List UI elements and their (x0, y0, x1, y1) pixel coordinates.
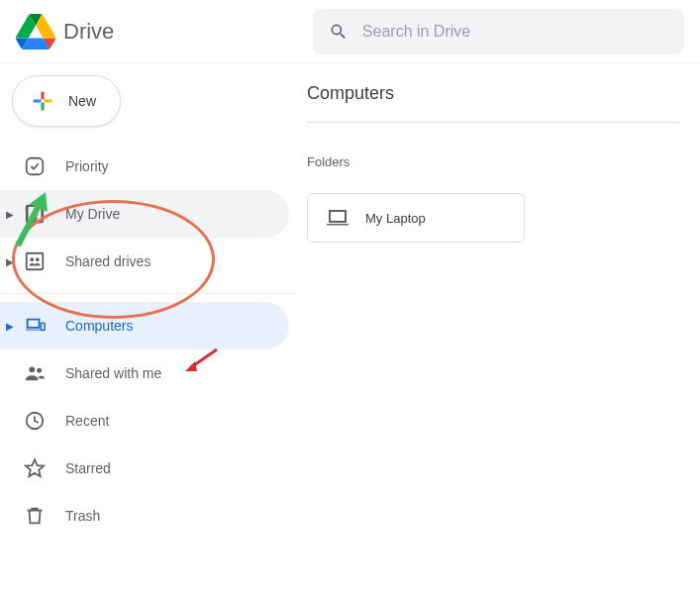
sidebar-list: Priority ▶ My Drive ▶ Sha (0, 143, 297, 540)
sidebar-item-label: Trash (65, 508, 100, 524)
folder-card[interactable]: My Laptop (307, 193, 525, 243)
sidebar-item-recent[interactable]: Recent (0, 397, 289, 445)
svg-point-3 (30, 257, 34, 261)
computers-icon (24, 315, 46, 337)
search-bar[interactable] (313, 9, 684, 54)
drive-logo-icon (16, 12, 55, 51)
laptop-icon (326, 206, 350, 230)
chevron-right-icon: ▶ (6, 209, 14, 220)
new-button-label: New (68, 93, 96, 109)
app-title: Drive (63, 19, 114, 45)
starred-icon (24, 457, 46, 479)
sidebar-item-label: Starred (65, 460, 111, 476)
plus-icon (29, 87, 56, 115)
sidebar-item-label: Computers (65, 318, 133, 334)
sidebar-item-label: My Drive (65, 206, 120, 222)
search-input[interactable] (362, 23, 668, 41)
search-icon (329, 21, 349, 43)
sidebar-item-label: Recent (65, 413, 109, 429)
new-button[interactable]: New (12, 75, 121, 127)
folder-name: My Laptop (365, 211, 426, 226)
trash-icon (24, 505, 46, 527)
chevron-right-icon: ▶ (6, 256, 14, 267)
folders-heading: Folders (307, 154, 700, 169)
svg-rect-5 (41, 323, 45, 330)
sidebar-item-label: Priority (65, 158, 109, 174)
svg-point-7 (37, 368, 42, 373)
sidebar-item-priority[interactable]: Priority (0, 143, 289, 190)
shared-with-me-icon (24, 362, 46, 384)
sidebar-item-label: Shared with me (65, 365, 161, 381)
sidebar-item-label: Shared drives (65, 253, 150, 269)
page-title: Computers (307, 83, 680, 123)
sidebar-item-starred[interactable]: Starred (0, 445, 289, 492)
header: Drive (0, 0, 700, 63)
chevron-right-icon: ▶ (6, 321, 14, 332)
sidebar-item-shared-drives[interactable]: ▶ Shared drives (0, 238, 289, 285)
my-drive-icon (24, 203, 46, 225)
logo-area[interactable]: Drive (16, 12, 313, 51)
sidebar-item-trash[interactable]: Trash (0, 492, 289, 540)
svg-rect-1 (27, 158, 44, 175)
sidebar-item-my-drive[interactable]: ▶ My Drive (0, 190, 289, 238)
sidebar-item-shared-with-me[interactable]: Shared with me (0, 349, 289, 397)
main-content: Computers Folders My Laptop (297, 63, 700, 594)
sidebar: New Priority ▶ My Drive ▶ (0, 63, 297, 594)
priority-icon (24, 155, 46, 177)
recent-icon (24, 410, 46, 432)
svg-rect-2 (27, 253, 44, 270)
divider (0, 293, 297, 294)
svg-point-4 (36, 257, 40, 261)
shared-drives-icon (24, 250, 46, 272)
svg-point-6 (29, 366, 35, 372)
sidebar-item-computers[interactable]: ▶ Computers (0, 302, 289, 349)
